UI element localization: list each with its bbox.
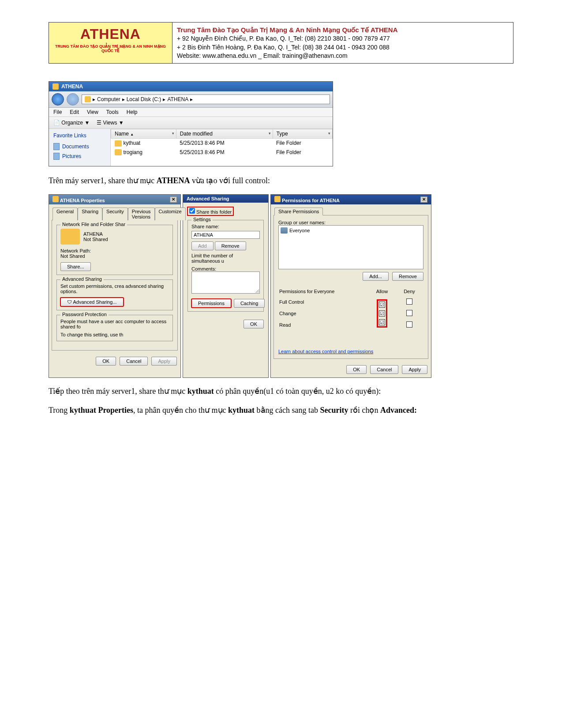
user-list[interactable]: Everyone bbox=[278, 225, 423, 269]
favorites-pane: Favorite Links Documents Pictures bbox=[49, 129, 111, 166]
group-advanced-sharing: Advanced Sharing Set custom permissions,… bbox=[56, 279, 173, 310]
ok-button[interactable]: OK bbox=[244, 320, 264, 328]
permissions-button[interactable]: Permissions bbox=[191, 299, 231, 308]
menu-view[interactable]: View bbox=[87, 109, 98, 115]
caching-button[interactable]: Caching bbox=[234, 299, 265, 308]
group-title: Network File and Folder Shar bbox=[60, 222, 127, 227]
tab-share-permissions[interactable]: Share Permissions bbox=[274, 207, 323, 215]
menu-edit[interactable]: Edit bbox=[70, 109, 79, 115]
allow-change-checkbox[interactable]: ☑ bbox=[379, 310, 385, 317]
group-title: Advanced Sharing bbox=[60, 276, 104, 282]
advanced-sharing-dialog: Advanced Sharing Share this folder Setti… bbox=[183, 194, 269, 378]
allow-highlight: ☑ ☑ ☑ bbox=[377, 299, 387, 328]
folder-icon bbox=[115, 149, 122, 155]
close-icon[interactable]: ✕ bbox=[420, 196, 427, 203]
header-addr2: + 2 Bis Đinh Tiên Hoàng, P. Đa Kao, Q. I… bbox=[177, 43, 509, 52]
window-title: ATHENA bbox=[61, 83, 83, 90]
tab-security[interactable]: Security bbox=[102, 207, 128, 220]
pwd-text1: People must have a user acc computer to … bbox=[60, 319, 169, 329]
folder-icon bbox=[52, 196, 59, 202]
back-button[interactable] bbox=[52, 93, 64, 106]
perm-change: Change bbox=[279, 308, 368, 319]
document-header: ATHENA TRUNG TÂM ĐÀO TẠO QUẢN TRỊ MẠNG &… bbox=[49, 22, 513, 64]
deny-read-checkbox[interactable] bbox=[406, 321, 412, 328]
col-date[interactable]: Date modified▾ bbox=[176, 129, 273, 138]
views-button[interactable]: ☰ Views ▼ bbox=[97, 120, 124, 126]
netpath-value: Not Shared bbox=[60, 253, 169, 259]
tab-custom[interactable]: Customize bbox=[155, 207, 186, 220]
remove-button[interactable]: Remove bbox=[215, 241, 246, 250]
brand-logo: ATHENA bbox=[52, 26, 169, 42]
file-list: Name ▲▾ Date modified▾ Type▾ kythuat 5/2… bbox=[111, 129, 333, 166]
group-title: Settings bbox=[191, 217, 213, 222]
folder-icon bbox=[274, 196, 281, 202]
perm-full-control: Full Control bbox=[279, 297, 368, 307]
tab-general[interactable]: General bbox=[52, 207, 78, 220]
forward-button[interactable] bbox=[67, 93, 79, 106]
remove-button[interactable]: Remove bbox=[392, 272, 423, 281]
header-line1: Trung Tâm Đào Tạo Quản Trị Mạng & An Nin… bbox=[177, 26, 369, 34]
group-settings: Settings Share name: ATHENA Add Remove L… bbox=[187, 220, 264, 312]
deny-change-checkbox[interactable] bbox=[406, 310, 412, 316]
folder-icon bbox=[85, 96, 91, 102]
favorites-header: Favorite Links bbox=[53, 132, 106, 139]
crumb-disk[interactable]: Local Disk (C:) bbox=[127, 96, 161, 102]
menubar: File Edit View Tools Help bbox=[49, 108, 333, 117]
properties-tabs: General Sharing Security Previous Versio… bbox=[49, 204, 180, 220]
share-this-folder-checkbox[interactable]: Share this folder bbox=[187, 207, 233, 215]
list-item[interactable]: Everyone bbox=[281, 227, 421, 234]
fav-documents[interactable]: Documents bbox=[53, 143, 106, 150]
learn-link[interactable]: Learn about access control and permissio… bbox=[278, 349, 373, 354]
table-row[interactable]: trogiang 5/25/2013 8:46 PM File Folder bbox=[111, 148, 333, 157]
add-button[interactable]: Add bbox=[191, 241, 214, 250]
group-password: Password Protection People must have a u… bbox=[56, 315, 173, 341]
comments-input[interactable] bbox=[191, 272, 260, 294]
body-text-3: Trong kythuat Properties, ta phân quyền … bbox=[49, 405, 513, 416]
share-checkbox[interactable] bbox=[189, 208, 195, 214]
menu-help[interactable]: Help bbox=[127, 109, 138, 115]
ok-button[interactable]: OK bbox=[346, 365, 367, 374]
allow-full-checkbox[interactable]: ☑ bbox=[379, 302, 385, 308]
add-button[interactable]: Add... bbox=[363, 272, 389, 281]
group-network-sharing: Network File and Folder Shar ATHENA Not … bbox=[56, 225, 173, 275]
folder-icon bbox=[115, 140, 122, 147]
body-text-1: Trên máy server1, share thư mục ATHENA v… bbox=[49, 175, 513, 186]
comments-label: Comments: bbox=[191, 266, 260, 272]
cancel-button[interactable]: Cancel bbox=[120, 357, 148, 366]
table-row[interactable]: kythuat 5/25/2013 8:46 PM File Folder bbox=[111, 138, 333, 147]
explorer-window: ATHENA ▸ Computer ▸ Local Disk (C:) ▸ AT… bbox=[49, 81, 333, 166]
col-name[interactable]: Name ▲▾ bbox=[111, 129, 176, 138]
tab-sharing[interactable]: Sharing bbox=[78, 207, 102, 220]
apply-button[interactable]: Apply bbox=[151, 357, 177, 366]
advanced-sharing-button[interactable]: 🛡 Advanced Sharing... bbox=[60, 298, 124, 306]
share-button[interactable]: Share... bbox=[60, 262, 91, 271]
menu-tools[interactable]: Tools bbox=[106, 109, 119, 115]
fav-pictures[interactable]: Pictures bbox=[53, 153, 106, 160]
organize-button[interactable]: 📄 Organize ▼ bbox=[53, 120, 90, 126]
group-title: Password Protection bbox=[60, 312, 109, 317]
header-info: Trung Tâm Đào Tạo Quản Trị Mạng & An Nin… bbox=[172, 23, 513, 63]
folder-icon bbox=[60, 229, 80, 245]
document-icon bbox=[53, 143, 60, 150]
header-addr1: + 92 Nguyễn Đình Chiểu, P. Đa Kao, Q. I_… bbox=[177, 34, 509, 43]
menu-file[interactable]: File bbox=[53, 109, 62, 115]
perm-read: Read bbox=[279, 320, 368, 330]
share-name-input[interactable]: ATHENA bbox=[191, 231, 260, 239]
ok-button[interactable]: OK bbox=[96, 357, 116, 366]
deny-full-checkbox[interactable] bbox=[406, 298, 412, 305]
perms-for-label: Permissions for Everyone bbox=[279, 287, 368, 296]
close-icon[interactable]: ✕ bbox=[170, 196, 177, 203]
properties-dialog: ATHENA Properties ✕ General Sharing Secu… bbox=[49, 194, 181, 378]
group-names-label: Group or user names: bbox=[278, 220, 423, 225]
header-line1-brand: ATHENA bbox=[371, 26, 397, 34]
allow-read-checkbox[interactable]: ☑ bbox=[379, 319, 385, 325]
crumb-folder[interactable]: ATHENA bbox=[167, 96, 188, 102]
col-type[interactable]: Type▾ bbox=[273, 129, 332, 138]
cancel-button[interactable]: Cancel bbox=[370, 365, 398, 374]
tab-prev[interactable]: Previous Versions bbox=[128, 207, 155, 220]
apply-button[interactable]: Apply bbox=[402, 365, 427, 374]
adv-titlebar: Advanced Sharing bbox=[183, 195, 268, 203]
breadcrumb[interactable]: ▸ Computer ▸ Local Disk (C:) ▸ ATHENA ▸ bbox=[82, 94, 330, 104]
crumb-computer[interactable]: Computer bbox=[97, 96, 120, 102]
allow-header: Allow bbox=[369, 287, 395, 296]
